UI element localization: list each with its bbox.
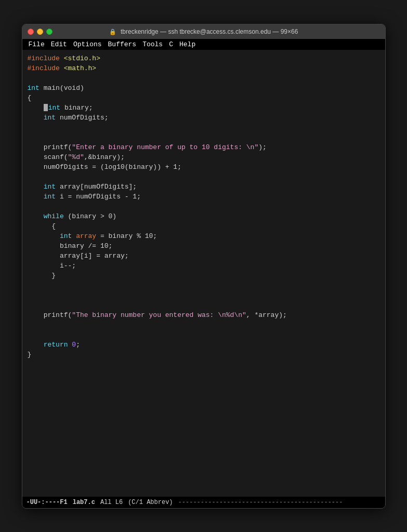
menu-edit[interactable]: Edit <box>48 40 70 49</box>
code-line-15: int i = numOfDigits - 1; <box>22 192 385 202</box>
title-bar: 🔒 tbreckenridge — ssh tbrecke@access.cs.… <box>22 24 385 39</box>
code-line-3 <box>22 74 385 84</box>
status-position: All L6 <box>100 499 123 506</box>
code-line-8 <box>22 123 385 133</box>
code-line-6: int binary; <box>22 103 385 113</box>
code-line-1: #include <stdio.h> <box>22 54 385 64</box>
code-line-22: i--; <box>22 261 385 271</box>
code-line-9 <box>22 133 385 143</box>
code-line-21: array[i] = array; <box>22 251 385 261</box>
code-line-26 <box>22 301 385 311</box>
maximize-button[interactable] <box>46 29 52 35</box>
status-bar: -UU-:----F1 lab7.c All L6 (C/1 Abbrev) -… <box>22 497 385 508</box>
menu-buffers[interactable]: Buffers <box>105 40 140 49</box>
title-icon: 🔒 <box>109 29 116 35</box>
code-line-7: int numOfDigits; <box>22 113 385 123</box>
code-line-14: int array[numOfDigits]; <box>22 182 385 192</box>
code-line-20: binary /= 10; <box>22 242 385 251</box>
status-dashes: ----------------------------------------… <box>178 499 381 506</box>
status-filename: lab7.c <box>73 499 95 506</box>
menu-options[interactable]: Options <box>70 40 105 49</box>
code-line-24 <box>22 281 385 291</box>
code-line-16 <box>22 202 385 212</box>
window-title: 🔒 tbreckenridge — ssh tbrecke@access.cs.… <box>109 28 298 35</box>
code-line-2: #include <math.h> <box>22 64 385 74</box>
code-line-23: } <box>22 271 385 281</box>
menu-file[interactable]: File <box>25 40 48 49</box>
code-line-27: printf("The binary number you entered wa… <box>22 311 385 321</box>
terminal-window: 🔒 tbreckenridge — ssh tbrecke@access.cs.… <box>22 24 386 509</box>
code-editor[interactable]: #include <stdio.h> #include <math.h> int… <box>22 50 385 497</box>
code-line-31: } <box>22 350 385 360</box>
traffic-lights <box>28 29 52 35</box>
code-line-29 <box>22 330 385 340</box>
code-line-18: { <box>22 222 385 232</box>
code-line-30: return 0; <box>22 340 385 350</box>
cursor <box>44 104 48 111</box>
code-line-5: { <box>22 94 385 103</box>
code-line-13 <box>22 172 385 182</box>
code-line-10: printf("Enter a binary number of up to 1… <box>22 143 385 153</box>
close-button[interactable] <box>28 29 34 35</box>
status-mode: -UU-:----F1 <box>27 499 68 506</box>
code-line-28 <box>22 321 385 330</box>
code-line-19: int array = binary % 10; <box>22 232 385 242</box>
menu-bar: File Edit Options Buffers Tools C Help <box>22 39 385 50</box>
code-line-11: scanf("%d",&binary); <box>22 153 385 163</box>
status-abbrev: (C/1 Abbrev) <box>128 499 173 506</box>
code-line-25 <box>22 291 385 301</box>
code-line-4: int main(void) <box>22 84 385 94</box>
menu-tools[interactable]: Tools <box>139 40 166 49</box>
code-line-17: while (binary > 0) <box>22 212 385 222</box>
minimize-button[interactable] <box>37 29 43 35</box>
menu-c[interactable]: C <box>166 40 176 49</box>
menu-help[interactable]: Help <box>176 40 199 49</box>
code-line-12: numOfDigits = (log10(binary)) + 1; <box>22 163 385 172</box>
